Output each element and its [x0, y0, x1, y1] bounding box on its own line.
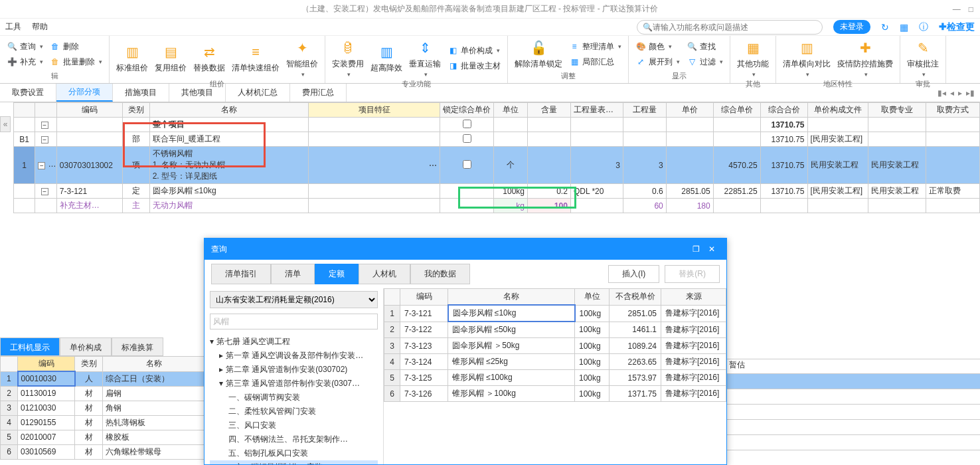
- login-badge[interactable]: 未登录: [833, 20, 870, 34]
- maximize-button[interactable]: □: [969, 5, 973, 14]
- col-qty[interactable]: 工程量: [623, 103, 666, 118]
- replace-data-button[interactable]: ⇄替换数据: [191, 41, 228, 75]
- super-drop-button[interactable]: ▥超高降效: [368, 41, 405, 75]
- material-row[interactable]: 603010569材六角螺栓带螺母: [1, 444, 206, 459]
- express-price-button[interactable]: ≡清单快速组价: [229, 41, 282, 75]
- bcol-type[interactable]: 类别: [75, 357, 103, 372]
- side-collapse-handle[interactable]: «: [0, 116, 11, 132]
- lock-checkbox[interactable]: [463, 134, 471, 143]
- quota-row[interactable]: 67-3-126锥形风帽 ＞100kg100kg1371.75鲁建标字[2016…: [384, 386, 726, 402]
- unit-comp-button[interactable]: ◧单价构成▾: [445, 44, 503, 58]
- quota-row[interactable]: 57-3-125锥形风帽 ≤100kg100kg1573.97鲁建标字[2016…: [384, 370, 726, 386]
- material-row[interactable]: 401290155材热轧薄钢板: [1, 415, 206, 430]
- tab-fee-sum[interactable]: 费用汇总: [290, 84, 347, 102]
- nav-next-icon[interactable]: ▸: [958, 88, 962, 98]
- check-update-button[interactable]: ✚检查更: [939, 21, 975, 33]
- row-section[interactable]: B1 − 部 联合车间_暖通工程 13710.75 [民用安装工程]: [14, 132, 980, 147]
- col-lock[interactable]: 锁定综合单价: [440, 103, 494, 118]
- filter-button[interactable]: ▽过滤▾: [684, 55, 726, 69]
- std-price-button[interactable]: ▥标准组价: [114, 41, 151, 75]
- material-row[interactable]: 301210030材角钢: [1, 401, 206, 415]
- norm-tree[interactable]: ▾第七册 通风空调工程 ▸第一章 通风空调设备及部件制作安装… ▸第二章 通风管…: [204, 332, 383, 464]
- menu-tool[interactable]: 工具: [5, 21, 21, 33]
- dlg-tab-mydata[interactable]: 我的数据: [410, 264, 470, 284]
- dcol-src[interactable]: 来源: [661, 289, 726, 306]
- function-search[interactable]: 🔍: [637, 20, 823, 35]
- query-button[interactable]: 🔍查询▾: [4, 40, 46, 54]
- menu-help[interactable]: 帮助: [32, 21, 48, 33]
- bottom-tab-djgc[interactable]: 单价构成: [60, 337, 112, 356]
- batch-main-button[interactable]: ◨批量改主材: [445, 59, 503, 73]
- delete-button[interactable]: 🗑删除: [47, 40, 105, 54]
- function-search-input[interactable]: [653, 23, 817, 32]
- dcol-unit[interactable]: 单位: [575, 289, 610, 306]
- col-content[interactable]: 含量: [528, 103, 571, 118]
- quota-row[interactable]: 27-3-122圆伞形风帽 ≤50kg100kg1461.1鲁建标字[2016]: [384, 322, 726, 338]
- dcol-name[interactable]: 名称: [448, 289, 575, 306]
- col-feature[interactable]: 项目特征: [308, 103, 440, 118]
- col-idx[interactable]: [14, 103, 35, 118]
- horiz-compare-button[interactable]: ▥清单横向对比▾: [780, 37, 833, 79]
- row-whole-project[interactable]: − 整个项目 13710.75: [14, 118, 980, 132]
- material-row[interactable]: 201130019材扁钢: [1, 386, 206, 401]
- quota-row[interactable]: 47-3-124锥形风帽 ≤25kg100kg2263.65鲁建标字[2016]: [384, 354, 726, 370]
- dlg-tab-list[interactable]: 清单: [271, 264, 315, 284]
- tree-toggle-icon[interactable]: −: [41, 136, 48, 143]
- vert-trans-button[interactable]: ⇕垂直运输▾: [406, 37, 444, 79]
- tree-toggle-icon[interactable]: −: [41, 188, 48, 195]
- material-row[interactable]: 502010007材橡胶板: [1, 430, 206, 444]
- reuse-price-button[interactable]: ▤复用组价: [152, 41, 189, 75]
- lock-checkbox[interactable]: [463, 120, 471, 128]
- dcol-price[interactable]: 不含税单价: [610, 289, 661, 306]
- row-quota[interactable]: − 7-3-121 定 圆伞形风帽 ≤10kg 100kg 0.2 QDL *2…: [14, 184, 980, 199]
- find-button[interactable]: 🔍查找: [684, 40, 726, 54]
- tab-partial[interactable]: 分部分项: [56, 84, 113, 102]
- tree-toggle-icon[interactable]: −: [41, 122, 48, 129]
- quota-row[interactable]: 17-3-121圆伞形风帽 ≤10kg100kg2851.05鲁建标字[2016…: [384, 305, 726, 322]
- color-button[interactable]: 🎨颜色▾: [633, 40, 683, 54]
- col-type[interactable]: 类别: [123, 103, 150, 118]
- col-comp-price[interactable]: 综合单价: [713, 103, 760, 118]
- filter-input[interactable]: [210, 314, 378, 329]
- row-item-selected[interactable]: 1 −🔒 030703013002 项 不锈钢风帽 1. 名称：无动力风帽 2.…: [14, 147, 980, 184]
- tab-fee-setting[interactable]: 取费设置: [0, 84, 56, 102]
- dialog-titlebar[interactable]: 查询 ❐ ✕: [204, 238, 726, 260]
- dlg-tab-guide[interactable]: 清单指引: [211, 264, 271, 284]
- bcol-code[interactable]: 编码: [18, 357, 75, 372]
- expand-button[interactable]: ⤢展开到▾: [633, 55, 683, 69]
- tab-rcj-sum[interactable]: 人材机汇总: [226, 84, 290, 102]
- supplement-button[interactable]: ➕补充▾: [4, 55, 46, 69]
- smart-price-button[interactable]: ✦智能组价▾: [284, 37, 321, 79]
- col-mode[interactable]: 取费方式: [926, 103, 979, 118]
- bottom-tab-bzhs[interactable]: 标准换算: [112, 337, 163, 356]
- tab-other[interactable]: 其他项目: [169, 84, 226, 102]
- dlg-tab-quota[interactable]: 定额: [315, 264, 359, 284]
- install-fee-button[interactable]: 🛢安装费用▾: [329, 37, 367, 79]
- bcol-name[interactable]: 名称: [103, 357, 206, 372]
- minimize-button[interactable]: —: [953, 5, 961, 14]
- dialog-close-icon[interactable]: ✕: [704, 244, 720, 254]
- insert-button[interactable]: 插入(I): [608, 265, 659, 283]
- col-tree[interactable]: [35, 103, 56, 118]
- col-unit[interactable]: 单位: [494, 103, 528, 118]
- lock-checkbox[interactable]: [463, 160, 471, 169]
- col-prof[interactable]: 取费专业: [868, 103, 926, 118]
- nav-first-icon[interactable]: ▮◂: [938, 88, 946, 98]
- quota-row[interactable]: 37-3-123圆伞形风帽 ＞50kg100kg1089.24鲁建标字[2016…: [384, 338, 726, 354]
- bureau-sum-button[interactable]: ▦局部汇总: [566, 55, 624, 69]
- grid-icon[interactable]: ▦: [900, 22, 908, 33]
- unlock-list-button[interactable]: 🔓解除清单锁定: [512, 37, 565, 71]
- dcol-code[interactable]: 编码: [400, 289, 448, 306]
- col-qty-expr[interactable]: 工程量表达式: [570, 103, 623, 118]
- review-button[interactable]: ✎审核批注▾: [904, 37, 941, 79]
- bottom-tab-gljx[interactable]: 工料机显示: [0, 337, 60, 356]
- material-row[interactable]: 100010030人综合工日（安装）: [1, 371, 206, 386]
- col-name[interactable]: 名称: [149, 103, 308, 118]
- col-price[interactable]: 单价: [666, 103, 713, 118]
- nav-last-icon[interactable]: ▸▮: [966, 88, 975, 98]
- info-icon[interactable]: ⓘ: [919, 21, 928, 33]
- other-fn-button[interactable]: ▦其他功能▾: [734, 37, 772, 79]
- nav-prev-icon[interactable]: ◂: [950, 88, 954, 98]
- norm-select[interactable]: 山东省安装工程消耗量定额(2016): [210, 291, 378, 308]
- dlg-tab-rcj[interactable]: 人材机: [359, 264, 410, 284]
